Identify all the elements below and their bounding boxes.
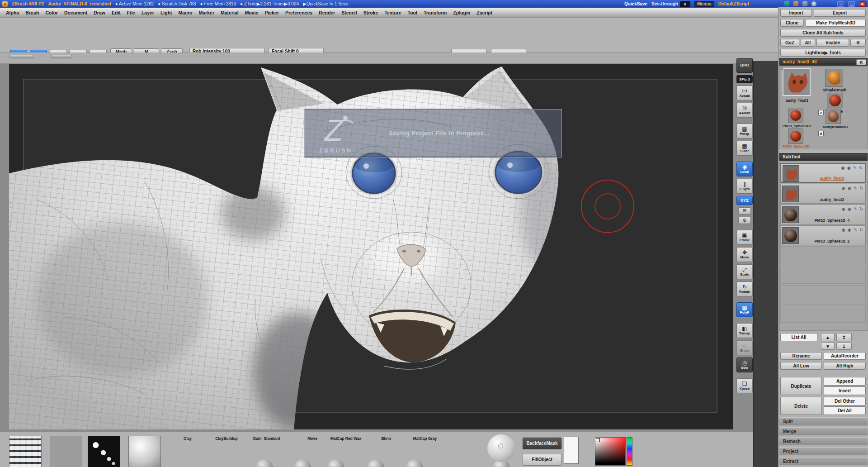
frame-mesh-button[interactable]: ▣Frame (736, 230, 753, 245)
duplicate-button[interactable]: Duplicate (780, 377, 822, 395)
menu-preferences[interactable]: Preferences (282, 8, 316, 18)
quicksave-button[interactable]: QuickSave (624, 1, 647, 6)
eye-icon[interactable]: ◉ (847, 165, 851, 170)
lock-icon[interactable] (802, 1, 807, 6)
tool-thumb-audryheadtool[interactable] (826, 109, 841, 124)
menu-zscript[interactable]: Zscript (473, 8, 495, 18)
del-all-button[interactable]: Del All (824, 406, 866, 415)
import-button[interactable]: Import (780, 9, 812, 17)
menu-macro[interactable]: Macro (175, 8, 196, 18)
menu-brush[interactable]: Brush (22, 8, 42, 18)
subtool-item[interactable]: ◉◉✎↻ PM3D_Sphere3D_2 (780, 225, 866, 245)
subtool-item[interactable]: ◉◉✎↻ audry_final2 (780, 184, 866, 204)
polyframe-button[interactable]: ▦PolyF (736, 302, 753, 317)
current-stroke-thumbnail[interactable] (50, 436, 82, 467)
section-project[interactable]: Project (779, 447, 868, 455)
goz-all-button[interactable]: All (801, 39, 815, 47)
default-zscript-button[interactable]: DefaultZScript (718, 1, 749, 6)
subtool-to-top-button[interactable]: ↥ (836, 333, 852, 341)
tool-thumb-pm3d-sphere2[interactable] (788, 129, 803, 144)
ghost-button[interactable]: ◌Ghost (736, 340, 753, 355)
subtool-to-bottom-button[interactable]: ↧ (836, 343, 852, 350)
perspective-button[interactable]: ▤Persp (736, 124, 753, 138)
section-split[interactable]: Split (779, 417, 868, 425)
brush-sphere-icon[interactable] (327, 459, 344, 467)
paint-icon[interactable]: ✎ (854, 206, 857, 211)
scrollbar-nub[interactable] (9, 55, 34, 58)
menu-stencil[interactable]: Stencil (338, 8, 360, 18)
eye-icon[interactable]: ◉ (841, 206, 845, 211)
section-extract[interactable]: Extract (779, 457, 868, 465)
brush-slot-claybuildup[interactable]: ClayBuildup (208, 434, 245, 441)
menu-layer[interactable]: Layer (138, 8, 157, 18)
eye-icon[interactable]: ◉ (841, 165, 844, 170)
insert-button[interactable]: Insert (824, 386, 866, 395)
refresh-icon[interactable]: ↻ (859, 227, 863, 232)
menu-tool[interactable]: Tool (405, 8, 420, 18)
delete-button[interactable]: Delete (780, 397, 822, 415)
menu-texture[interactable]: Texture (381, 8, 404, 18)
menu-render[interactable]: Render (316, 8, 338, 18)
goz-button[interactable]: GoZ (780, 39, 799, 47)
list-all-button[interactable]: List All (780, 333, 817, 341)
aahalf-button[interactable]: ½AAHalf (736, 103, 753, 118)
fill-object-button[interactable]: FillObject (523, 454, 561, 466)
rotate-view-button[interactable]: ↻Rotate (736, 281, 753, 296)
subtool-section-header[interactable]: SubTool (779, 153, 868, 161)
material-slot-blinn[interactable]: Blinn (367, 434, 405, 441)
current-texture-thumbnail[interactable] (128, 436, 161, 467)
current-alpha-thumbnail[interactable] (88, 436, 120, 467)
brush-slot-move[interactable]: Move (293, 434, 331, 441)
menus-toggle-button[interactable]: Menus (694, 1, 714, 7)
all-high-button[interactable]: All High (824, 362, 866, 370)
zbrush-central-icon[interactable] (793, 1, 798, 6)
menu-edit[interactable]: Edit (108, 8, 124, 18)
restore-button[interactable]: ▢ (848, 1, 855, 7)
menu-transform[interactable]: Transform (420, 8, 450, 18)
menu-material[interactable]: Material (217, 8, 242, 18)
backface-mask-button[interactable]: BackfaceMask (523, 438, 561, 449)
brush-slot-clay[interactable]: Clay (169, 434, 207, 441)
solo-button[interactable]: ◎Solo (736, 357, 753, 372)
subtool-item-selected[interactable]: ◉◉✎↻ audry_final3 (780, 163, 866, 183)
refresh-icon[interactable]: ↻ (859, 165, 863, 170)
all-low-button[interactable]: All Low (780, 362, 822, 370)
color-picker[interactable] (595, 437, 626, 466)
transparency-button[interactable]: ◧Transp (736, 323, 753, 338)
zoom-button[interactable]: ⊕ (738, 217, 751, 224)
paint-icon[interactable]: ✎ (853, 165, 857, 170)
make-polymesh3d-button[interactable]: Make PolyMesh3D (806, 19, 866, 27)
eye-icon[interactable]: ◉ (841, 186, 845, 191)
menu-file[interactable]: File (124, 8, 138, 18)
viewport-canvas[interactable]: Z ZBRUSH Saving Project File In Progress… (9, 64, 733, 429)
menu-stroke[interactable]: Stroke (360, 8, 382, 18)
menu-draw[interactable]: Draw (90, 8, 108, 18)
subtool-up-button[interactable]: ▲ (821, 333, 835, 341)
menu-alpha[interactable]: Alpha (3, 8, 22, 18)
minimize-button[interactable]: – (837, 1, 844, 7)
section-merge[interactable]: Merge (779, 427, 868, 435)
lightbox-tools-button[interactable]: Lightbox▶ Tools (780, 49, 866, 57)
paint-icon[interactable]: ✎ (854, 186, 857, 191)
brush-slot-dam-standard[interactable]: Dam_Standard (248, 434, 286, 441)
paint-icon[interactable]: ✎ (854, 227, 857, 232)
tool-thumb-current[interactable] (783, 68, 811, 96)
brush-sphere-icon[interactable] (256, 459, 273, 467)
tool-r-button[interactable]: R (856, 59, 866, 65)
pan-button[interactable]: ⊞ (738, 207, 751, 214)
tool-thumb-simplebrush[interactable] (825, 69, 843, 87)
append-button[interactable]: Append (824, 377, 866, 386)
del-other-button[interactable]: Del Other (824, 397, 866, 405)
help-icon[interactable] (811, 1, 816, 6)
subtool-item[interactable]: ◉◉✎↻ PM3D_Sphere3D_4 (780, 205, 866, 224)
section-remesh[interactable]: Remesh (779, 437, 868, 445)
tool-thumb-pm3d-sphere1[interactable] (788, 108, 803, 123)
tool-thumb-zsphere[interactable] (827, 93, 843, 108)
xpose-button[interactable]: ❏Xpose (736, 378, 753, 393)
rename-button[interactable]: Rename (780, 352, 822, 360)
move-view-button[interactable]: ✥Move (736, 247, 753, 262)
scrollbar-nub[interactable] (51, 55, 72, 58)
refresh-icon[interactable]: ↻ (859, 186, 863, 191)
eye-icon[interactable]: ◉ (848, 206, 851, 211)
autoreorder-button[interactable]: AutoReorder (824, 352, 866, 360)
